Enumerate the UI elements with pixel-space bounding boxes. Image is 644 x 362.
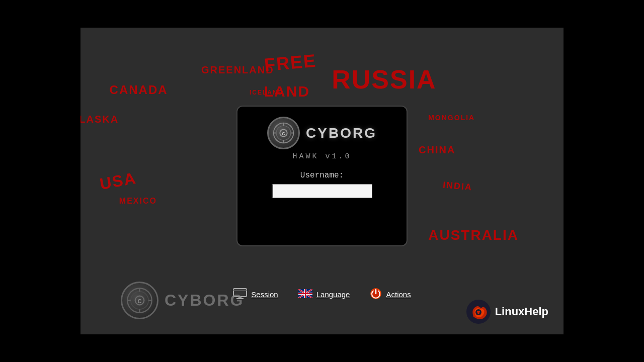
linuxhelp-text: LinuxHelp — [495, 305, 548, 318]
login-dialog: C CYBORG HAWK v1.0 Username: — [236, 106, 408, 246]
linuxhelp-logo: LinuxHelp — [466, 299, 548, 324]
hawk-version: HAWK v1.0 — [292, 152, 351, 161]
language-button[interactable]: Language — [288, 286, 360, 303]
country-label: ALASKA — [80, 114, 119, 125]
svg-text:C: C — [282, 131, 285, 136]
username-input[interactable] — [272, 184, 372, 198]
country-label: GREENLAND — [201, 64, 274, 76]
bottom-left-logo: C CYBORG — [121, 282, 244, 319]
username-label: Username: — [300, 171, 344, 180]
svg-text:C: C — [138, 298, 142, 304]
power-icon — [370, 288, 382, 301]
screen: USACANADAALASKAGREENLANDICELANDRUSSIAMON… — [0, 0, 644, 362]
bottom-cyborg-text: CYBORG — [165, 291, 244, 310]
country-label: MONGOLIA — [428, 114, 475, 122]
flag-icon — [298, 289, 312, 300]
language-label: Language — [316, 290, 350, 299]
actions-label: Actions — [386, 290, 411, 299]
actions-button[interactable]: Actions — [360, 285, 421, 304]
bottom-logo-circle: C — [121, 282, 158, 319]
cyborg-title: CYBORG — [306, 125, 377, 141]
dialog-header: C CYBORG — [267, 117, 377, 149]
country-label: USA — [99, 169, 138, 194]
country-label: CHINA — [419, 144, 455, 156]
svg-rect-20 — [298, 293, 312, 294]
country-label: RUSSIA — [332, 64, 436, 95]
country-label: MEXICO — [119, 197, 157, 206]
country-label: INDIA — [442, 179, 473, 193]
cyborg-logo-circle: C — [267, 117, 300, 149]
country-label: CANADA — [110, 83, 168, 97]
country-label: AUSTRALIA — [428, 227, 519, 243]
country-label: LAND — [264, 83, 310, 100]
content-area: USACANADAALASKAGREENLANDICELANDRUSSIAMON… — [80, 28, 564, 334]
country-label: FREE — [263, 50, 317, 75]
session-label: Session — [251, 290, 278, 299]
